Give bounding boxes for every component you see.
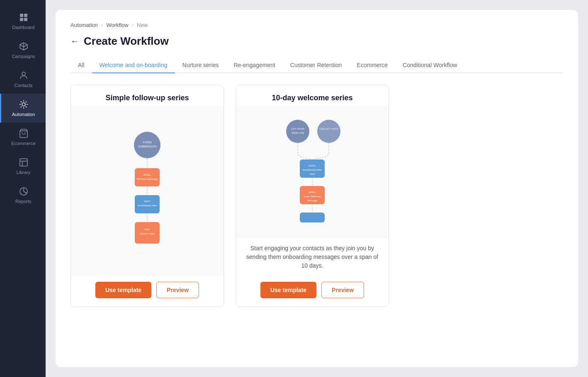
sidebar-item-library[interactable]: Library xyxy=(0,152,46,181)
sidebar-item-reports[interactable]: Reports xyxy=(0,181,46,210)
svg-text:Immediately After: Immediately After xyxy=(303,169,322,171)
back-button[interactable]: ← xyxy=(70,36,79,46)
svg-text:SUBMISSION: SUBMISSION xyxy=(138,145,156,148)
automation-icon xyxy=(19,99,29,109)
sidebar-item-dashboard[interactable]: Dashboard xyxy=(0,7,46,36)
svg-rect-0 xyxy=(20,14,23,17)
dashboard-icon xyxy=(19,12,29,22)
template-description-ten-day: Start engaging your contacts as they joi… xyxy=(236,238,389,276)
breadcrumb-sep-2: › xyxy=(132,22,134,28)
svg-rect-6 xyxy=(20,159,27,166)
preview-simple-button[interactable]: Preview xyxy=(156,282,199,298)
template-card-simple-followup: Simple follow-up series FORM SUBMISSION … xyxy=(70,85,224,307)
svg-text:EMAIL: EMAIL xyxy=(309,164,316,167)
sidebar-label-campaigns: Campaigns xyxy=(12,54,35,59)
template-title-simple-followup: Simple follow-up series xyxy=(71,85,224,106)
svg-rect-1 xyxy=(24,14,27,17)
svg-text:Start: Start xyxy=(310,173,315,175)
svg-text:TEMPLATE: TEMPLATE xyxy=(291,132,304,134)
template-card-ten-day: 10-day welcome series LIST FROM TEMPLATE… xyxy=(236,85,389,307)
template-actions-ten-day: Use template Preview xyxy=(236,276,389,307)
use-template-ten-day-button[interactable]: Use template xyxy=(260,282,316,298)
reports-icon xyxy=(19,186,29,196)
svg-point-4 xyxy=(22,72,25,75)
svg-text:2-day Welcome: 2-day Welcome xyxy=(304,195,321,198)
sidebar-item-campaigns[interactable]: Campaigns xyxy=(0,36,46,65)
sidebar-label-contacts: Contacts xyxy=(15,83,32,88)
breadcrumb-current: New xyxy=(137,22,148,28)
diagram-svg-ten-day: LIST FROM TEMPLATE COLLECT TAGS EMAIL Im… xyxy=(267,118,358,226)
tab-retention[interactable]: Customer Retention xyxy=(283,58,350,73)
breadcrumb-automation[interactable]: Automation xyxy=(70,22,98,28)
tab-conditional[interactable]: Conditional Workflow xyxy=(395,58,464,73)
svg-text:Send to User: Send to User xyxy=(140,232,154,235)
use-template-simple-button[interactable]: Use template xyxy=(95,282,151,298)
preview-ten-day-button[interactable]: Preview xyxy=(321,282,364,298)
template-actions-simple-followup: Use template Preview xyxy=(71,276,224,307)
templates-grid: Simple follow-up series FORM SUBMISSION … xyxy=(70,85,563,307)
page-title: Create Workflow xyxy=(84,35,169,48)
tab-welcome[interactable]: Welcome and on-boarding xyxy=(92,58,175,73)
sidebar-label-ecommerce: Ecommerce xyxy=(11,141,36,146)
svg-text:EMAIL: EMAIL xyxy=(309,191,316,193)
sidebar-item-automation[interactable]: Automation xyxy=(0,94,46,123)
svg-point-5 xyxy=(22,103,25,106)
svg-text:WAIT: WAIT xyxy=(144,200,151,203)
svg-point-27 xyxy=(317,120,340,143)
main-content: Automation › Workflow › New ← Create Wor… xyxy=(46,0,588,377)
tabs: All Welcome and on-boarding Nurture seri… xyxy=(70,58,563,73)
svg-text:Immediately After: Immediately After xyxy=(138,204,157,207)
sidebar-label-library: Library xyxy=(17,170,31,175)
tab-ecommerce[interactable]: Ecommerce xyxy=(349,58,395,73)
template-diagram-simple-followup: FORM SUBMISSION EMAIL Welcome Message WA… xyxy=(71,106,224,276)
svg-text:COLLECT TAGS: COLLECT TAGS xyxy=(319,128,338,130)
diagram-svg-simple: FORM SUBMISSION EMAIL Welcome Message WA… xyxy=(114,131,180,251)
tab-all[interactable]: All xyxy=(70,58,92,73)
sidebar-label-reports: Reports xyxy=(15,199,32,204)
sidebar-label-automation: Automation xyxy=(12,112,35,117)
breadcrumb-workflow[interactable]: Workflow xyxy=(106,22,128,28)
svg-rect-12 xyxy=(135,168,160,186)
sidebar-item-ecommerce[interactable]: Ecommerce xyxy=(0,123,46,152)
svg-point-24 xyxy=(286,120,309,143)
svg-rect-3 xyxy=(24,18,27,21)
template-diagram-ten-day: LIST FROM TEMPLATE COLLECT TAGS EMAIL Im… xyxy=(236,106,389,238)
breadcrumb-sep-1: › xyxy=(101,22,103,28)
library-icon xyxy=(19,157,29,167)
svg-text:EMAIL: EMAIL xyxy=(143,174,151,176)
svg-text:PDF: PDF xyxy=(145,228,150,231)
svg-text:...: ... xyxy=(146,237,148,239)
svg-text:FORM: FORM xyxy=(143,141,152,144)
svg-rect-2 xyxy=(20,18,23,21)
ecommerce-icon xyxy=(19,128,29,138)
svg-text:Welcome Message: Welcome Message xyxy=(137,178,158,180)
svg-rect-39 xyxy=(300,213,325,222)
sidebar: Dashboard Campaigns Contacts Automation … xyxy=(0,0,46,377)
svg-text:Message: Message xyxy=(307,199,318,202)
campaigns-icon xyxy=(19,41,29,51)
template-title-ten-day: 10-day welcome series xyxy=(236,85,389,106)
page-header: ← Create Workflow xyxy=(70,35,563,48)
sidebar-label-dashboard: Dashboard xyxy=(12,25,35,30)
content-card: Automation › Workflow › New ← Create Wor… xyxy=(56,10,578,367)
sidebar-item-contacts[interactable]: Contacts xyxy=(0,65,46,94)
contacts-icon xyxy=(19,70,29,80)
svg-text:LIST FROM: LIST FROM xyxy=(291,128,304,130)
tab-nurture[interactable]: Nurture series xyxy=(175,58,226,73)
breadcrumb: Automation › Workflow › New xyxy=(70,22,563,28)
tab-reengagement[interactable]: Re-engagement xyxy=(226,58,282,73)
